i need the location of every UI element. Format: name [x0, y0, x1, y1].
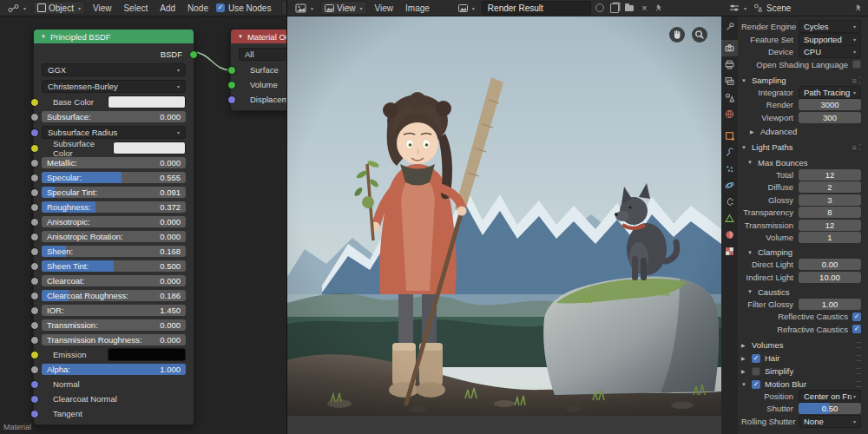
- unlink-image-icon[interactable]: ×: [639, 2, 650, 14]
- slider-anisotropic[interactable]: Anisotropic:0.000: [42, 216, 186, 227]
- gray-socket[interactable]: [30, 336, 39, 345]
- principled-row-sheen-tint[interactable]: Sheen Tint:0.500: [34, 259, 194, 273]
- gray-socket[interactable]: [30, 174, 39, 182]
- principled-row-clearcoat-roughness[interactable]: Clearcoat Roughness:0.186: [34, 288, 194, 303]
- section-motion-blur[interactable]: ▼✓Motion Blur⁚⁚: [741, 378, 861, 391]
- principled-row-base-color[interactable]: Base Color: [34, 95, 194, 109]
- rolling-shutter-dropdown[interactable]: None▾: [799, 415, 861, 428]
- diffuse-field[interactable]: 2: [799, 181, 861, 193]
- slider-metallic[interactable]: Metallic:0.000: [42, 157, 186, 168]
- section-hair[interactable]: ▶✓Hair⁚⁚: [741, 352, 861, 365]
- disclosure-advanced[interactable]: ▶Advanced: [741, 126, 861, 137]
- dropdown-all[interactable]: All▾: [239, 48, 286, 61]
- feature-set-dropdown[interactable]: Supported▾: [799, 33, 861, 46]
- yellow-socket[interactable]: [30, 351, 39, 359]
- gray-socket[interactable]: [30, 321, 39, 330]
- principled-row-roughness[interactable]: Roughness:0.372: [34, 200, 194, 214]
- gray-socket[interactable]: [30, 306, 39, 315]
- bsdf-output-socket[interactable]: [189, 50, 198, 59]
- disclosure-triangle-icon[interactable]: ▼: [747, 160, 753, 165]
- panel-presets-icon[interactable]: ≡ ⁚: [852, 76, 861, 85]
- gray-socket[interactable]: [30, 159, 39, 168]
- tab-scene[interactable]: [721, 89, 738, 106]
- principled-row-transmission-roughness[interactable]: Transmission Roughness:0.000: [34, 332, 194, 347]
- principled-node-header[interactable]: ▼ Principled BSDF: [34, 30, 194, 43]
- filter-glossy-field[interactable]: 1.00: [799, 299, 861, 310]
- slider-ior[interactable]: IOR:1.450: [42, 305, 186, 316]
- pin-icon[interactable]: [852, 2, 864, 14]
- disclosure-triangle-icon[interactable]: ▶: [741, 368, 747, 374]
- transparency-field[interactable]: 8: [799, 207, 861, 218]
- position-dropdown[interactable]: Center on Frame▾: [799, 390, 861, 403]
- dropdown-subsurface-radius[interactable]: Subsurface Radius▾: [42, 126, 186, 139]
- purple-socket[interactable]: [30, 128, 39, 137]
- principled-row-ggx[interactable]: GGX▾: [34, 62, 194, 78]
- principled-row-anisotropic[interactable]: Anisotropic:0.000: [34, 214, 194, 229]
- disclosure-triangle-icon[interactable]: ▼: [741, 382, 747, 387]
- node-canvas[interactable]: Material ▼ Principled BSDF BSDF GGX▾Chri…: [0, 16, 286, 434]
- slider-transmission-roughness[interactable]: Transmission Roughness:0.000: [42, 334, 186, 345]
- section-volumes[interactable]: ▶Volumes⁚⁚: [741, 339, 861, 352]
- principled-row-specular[interactable]: Specular:0.555: [34, 170, 194, 185]
- glossy-field[interactable]: 3: [799, 194, 861, 206]
- image-editor-content[interactable]: [287, 16, 721, 434]
- tab-object-data[interactable]: [721, 210, 738, 227]
- output-row-all[interactable]: All▾: [231, 46, 286, 62]
- integrator-dropdown[interactable]: Path Tracing▾: [799, 86, 861, 99]
- slider-alpha[interactable]: Alpha:1.000: [42, 364, 186, 375]
- gray-socket[interactable]: [30, 365, 39, 374]
- slider-sheen[interactable]: Sheen:0.168: [42, 246, 186, 257]
- principled-row-clearcoat[interactable]: Clearcoat:0.000: [34, 273, 194, 288]
- subsection-max-bounces[interactable]: ▼Max Bounces: [741, 157, 861, 168]
- principled-row-anisotropic-rotation[interactable]: Anisotropic Rotation:0.000: [34, 229, 194, 244]
- section-light-paths[interactable]: ▼Light Paths≡ ⁚: [741, 141, 861, 154]
- tab-view-layer[interactable]: [721, 73, 738, 89]
- tab-material[interactable]: [721, 227, 738, 243]
- color-swatch-emission[interactable]: [108, 348, 186, 361]
- slider-transmission[interactable]: Transmission:0.000: [42, 319, 186, 331]
- gray-socket[interactable]: [30, 188, 39, 197]
- tab-output[interactable]: [721, 56, 738, 73]
- disclosure-triangle-icon[interactable]: ▶: [741, 342, 747, 348]
- principled-row-metallic[interactable]: Metallic:0.000: [34, 155, 194, 170]
- section-sampling[interactable]: ▼Sampling≡ ⁚: [741, 75, 861, 87]
- gray-socket[interactable]: [30, 233, 39, 241]
- material-output-header[interactable]: ▼ Material Output: [231, 30, 286, 43]
- tab-object[interactable]: [721, 128, 738, 144]
- slider-sheen-tint[interactable]: Sheen Tint:0.500: [42, 260, 186, 272]
- green-socket[interactable]: [227, 81, 236, 89]
- editor-type-button[interactable]: ▾: [4, 2, 30, 14]
- principled-bsdf-node[interactable]: ▼ Principled BSDF BSDF GGX▾Christensen-B…: [33, 29, 194, 425]
- volume-field[interactable]: 1: [799, 232, 861, 243]
- reflective-caustics-checkbox[interactable]: ✓: [852, 312, 861, 321]
- disclosure-triangle-icon[interactable]: ▼: [747, 250, 753, 255]
- principled-row-subsurface-color[interactable]: Subsurface Color: [34, 141, 194, 155]
- collapse-triangle-icon[interactable]: ▼: [41, 34, 46, 39]
- principled-row-specular-tint[interactable]: Specular Tint:0.091: [34, 185, 194, 200]
- disclosure-triangle-icon[interactable]: ▶: [741, 355, 747, 361]
- slider-roughness[interactable]: Roughness:0.372: [42, 201, 186, 213]
- menu-node[interactable]: Node: [183, 3, 213, 13]
- gray-socket[interactable]: [30, 277, 39, 286]
- tab-texture[interactable]: [721, 243, 738, 260]
- principled-row-alpha[interactable]: Alpha:1.000: [34, 362, 194, 377]
- display-mode-dropdown[interactable]: View ▾: [320, 1, 367, 15]
- direct-light-field[interactable]: 0.00: [799, 259, 861, 270]
- purple-socket[interactable]: [227, 95, 236, 104]
- gray-socket[interactable]: [30, 203, 39, 212]
- purple-socket[interactable]: [30, 410, 39, 418]
- tab-particles[interactable]: [721, 161, 738, 177]
- disclosure-triangle-icon[interactable]: ▼: [741, 145, 747, 150]
- principled-row-subsurface[interactable]: Subsurface:0.000: [34, 109, 194, 124]
- shader-type-dropdown[interactable]: Object ▾: [33, 1, 85, 15]
- tab-physics[interactable]: [721, 177, 738, 194]
- slider-clearcoat-roughness[interactable]: Clearcoat Roughness:0.186: [42, 290, 186, 301]
- browse-image-button[interactable]: ▾: [455, 2, 478, 14]
- subsection-clamping[interactable]: ▼Clamping: [741, 247, 861, 258]
- disclosure-triangle-icon[interactable]: ▼: [741, 78, 747, 83]
- slider-subsurface[interactable]: Subsurface:0.000: [42, 111, 186, 122]
- fake-user-icon[interactable]: [595, 2, 606, 14]
- open-image-icon[interactable]: [624, 2, 635, 14]
- tab-render[interactable]: [721, 40, 738, 56]
- total-field[interactable]: 12: [799, 169, 861, 181]
